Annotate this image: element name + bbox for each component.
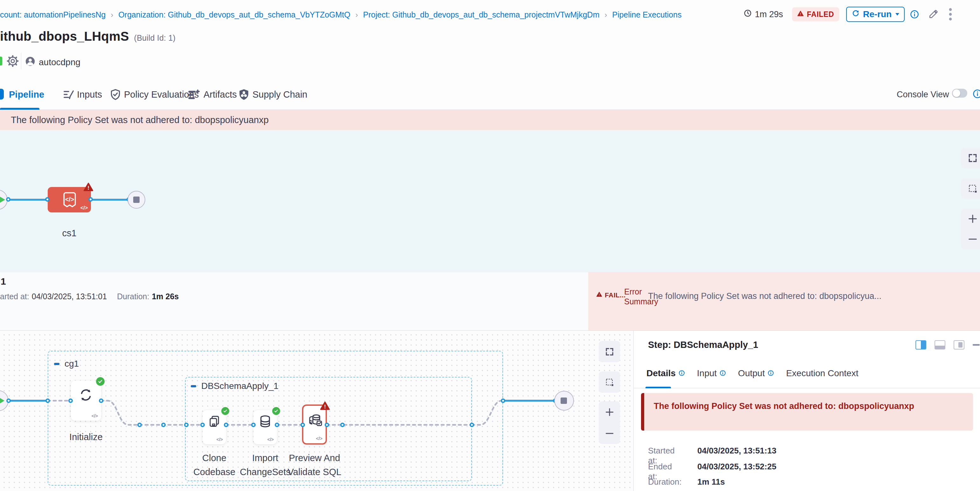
code-icon: </> <box>80 205 88 211</box>
zoom-in-button[interactable] <box>599 401 620 423</box>
breadcrumb-separator: › <box>111 11 113 19</box>
breadcrumb-separator: › <box>605 11 607 19</box>
tab-pipeline[interactable]: Pipeline <box>9 89 44 100</box>
edge-anchor[interactable] <box>46 399 50 403</box>
play-icon <box>0 397 5 404</box>
stage-node-cs1[interactable]: </> </> <box>48 187 91 213</box>
marquee-select-button[interactable] <box>599 372 620 393</box>
kebab-menu-icon[interactable] <box>948 7 952 21</box>
console-view-toggle[interactable] <box>952 89 967 98</box>
success-check-icon <box>221 407 229 415</box>
collapse-icon[interactable] <box>54 363 59 365</box>
collapse-icon[interactable] <box>191 385 196 387</box>
info-icon[interactable] <box>910 10 919 19</box>
tab-input-label: Input <box>697 368 717 378</box>
step-label-line: Preview And <box>281 451 348 465</box>
edge-anchor[interactable] <box>6 197 11 202</box>
divider <box>634 388 980 388</box>
stage-label: cs1 <box>48 228 91 238</box>
zoom-out-button[interactable] <box>961 229 980 249</box>
step-card-preview-validate-sql[interactable]: </> <box>302 405 327 445</box>
page-title: ithub_dbops_LHqmS(Build Id: 1) <box>0 29 175 44</box>
tab-inputs[interactable]: Inputs <box>77 89 102 100</box>
layout-split-vertical-icon[interactable] <box>915 340 926 350</box>
info-icon[interactable] <box>768 368 774 378</box>
step-details-panel: Step: DBSchemaApply_1 Details Input Outp… <box>633 331 980 491</box>
toggle-knob <box>953 89 960 97</box>
edge-anchor[interactable] <box>224 423 228 427</box>
group-cg1-header[interactable]: cg1 <box>54 359 79 369</box>
stage-error-icon <box>83 182 94 193</box>
duration-row: Duration: 1m 26s <box>117 292 179 301</box>
trigger-username: autocdpng <box>39 57 80 67</box>
edge-anchor[interactable] <box>340 423 345 427</box>
edge-anchor[interactable] <box>184 423 189 427</box>
step-label-clone-codebase: Clone Codebase <box>189 451 240 479</box>
svg-text:</>: </> <box>65 196 75 203</box>
tab-execution-context[interactable]: Execution Context <box>786 368 858 378</box>
step-error-box: The following Policy Set was not adhered… <box>641 393 973 431</box>
step-card-clone-codebase[interactable]: </> <box>202 410 226 444</box>
step-panel-title: Step: DBSchemaApply_1 <box>648 340 758 350</box>
breadcrumb-organization[interactable]: Organization: Github_db_devops_aut_db_sc… <box>118 10 350 19</box>
edge-anchor[interactable] <box>88 197 93 202</box>
minimize-panel-icon[interactable] <box>973 344 980 346</box>
edge-anchor[interactable] <box>200 423 205 427</box>
info-icon[interactable] <box>719 368 726 378</box>
edge-anchor[interactable] <box>68 399 73 403</box>
step-label-line: Validate SQL <box>281 465 348 479</box>
edge-anchor[interactable] <box>275 423 279 427</box>
stage-graph-canvas[interactable]: </> </> cs1 <box>0 130 980 272</box>
edge-anchor[interactable] <box>301 423 305 427</box>
zoom-out-button[interactable] <box>599 423 620 444</box>
detail-value: 1m 11s <box>697 477 725 487</box>
rerun-label: Re-run <box>863 9 892 19</box>
step-card-initialize[interactable]: </> <box>71 381 101 421</box>
tab-input[interactable]: Input <box>697 368 726 378</box>
fullscreen-button[interactable] <box>599 341 620 362</box>
group-dbschemaapply-header[interactable]: DBSchemaApply_1 <box>191 381 278 391</box>
breadcrumb: count: automationPipelinesNg › Organizat… <box>0 10 681 19</box>
stage-error-section: FAIL... Error Summary The following Poli… <box>588 272 980 331</box>
marquee-select-button[interactable] <box>961 178 980 199</box>
info-icon[interactable] <box>679 368 685 378</box>
tab-details[interactable]: Details <box>646 368 685 378</box>
info-icon[interactable] <box>972 89 980 100</box>
error-summary-text: The following Policy Set was not adhered… <box>648 291 977 301</box>
fullscreen-button[interactable] <box>961 148 980 168</box>
edge-anchor[interactable] <box>45 197 49 202</box>
code-icon: </> <box>216 437 223 442</box>
breadcrumb-project[interactable]: Project: Github_db_devops_aut_db_schema_… <box>363 10 600 19</box>
tab-supply-chain[interactable]: Supply Chain <box>253 89 307 100</box>
edit-pencil-icon[interactable] <box>928 9 939 19</box>
zoom-in-button[interactable] <box>961 209 980 229</box>
edge-anchor[interactable] <box>325 423 329 427</box>
step-graph-canvas[interactable]: cg1 DBSchemaApply_1 </> <box>0 331 633 491</box>
layout-split-horizontal-icon[interactable] <box>934 340 945 350</box>
edge-anchor[interactable] <box>251 423 256 427</box>
warning-icon <box>596 291 602 299</box>
tab-output-label: Output <box>738 368 765 378</box>
step-label-initialize: Initialize <box>58 430 114 444</box>
edge-anchor[interactable] <box>501 399 505 403</box>
layout-floating-icon[interactable] <box>954 340 964 350</box>
pipeline-title-text: ithub_dbops_LHqmS <box>0 29 129 43</box>
edge-anchor[interactable] <box>161 423 165 427</box>
breadcrumb-pipeline-executions[interactable]: Pipeline Executions <box>612 10 681 19</box>
step-card-import-changesets[interactable]: </> <box>253 410 277 444</box>
gear-icon[interactable] <box>6 55 19 69</box>
stop-icon <box>561 397 567 404</box>
tab-output[interactable]: Output <box>738 368 774 378</box>
started-at-row: arted at: 04/03/2025, 13:51:01 <box>0 292 107 301</box>
tab-artifacts[interactable]: Artifacts <box>204 89 237 100</box>
edge-anchor[interactable] <box>6 399 11 403</box>
edge-anchor[interactable] <box>99 399 103 403</box>
code-icon: </> <box>316 436 323 441</box>
inputs-icon <box>62 88 75 102</box>
rerun-button[interactable]: Re-run <box>846 7 905 22</box>
edge-anchor[interactable] <box>470 423 474 427</box>
edge-anchor[interactable] <box>137 423 142 427</box>
duration-value: 1m 26s <box>152 292 179 301</box>
breadcrumb-separator: › <box>355 11 358 19</box>
breadcrumb-account[interactable]: count: automationPipelinesNg <box>0 10 105 19</box>
